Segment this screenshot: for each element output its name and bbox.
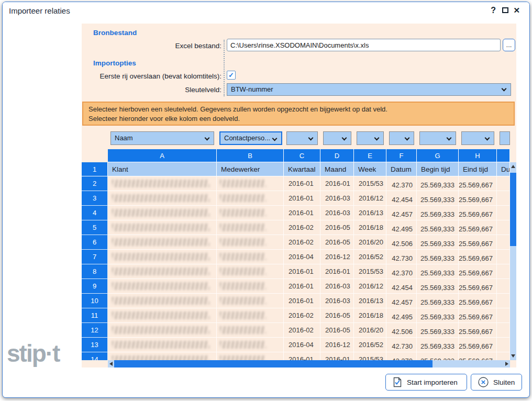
scroll-right-icon[interactable] xyxy=(505,362,508,366)
scroll-left-icon[interactable] xyxy=(109,362,113,366)
grid-cell xyxy=(497,264,510,279)
column-select-6[interactable] xyxy=(419,131,456,145)
column-letter: F xyxy=(386,149,417,162)
grid-cell: 2016-05 xyxy=(320,235,354,250)
grid-cell: 25.569,333 xyxy=(417,264,459,279)
grid-cell: 2015/53 xyxy=(354,264,386,279)
grid-cell: 25.569,333 xyxy=(417,176,459,191)
section-bronbestand: Bronbestand xyxy=(93,29,137,37)
column-select-1[interactable]: Contactperso... xyxy=(219,131,282,145)
key-field-value: BTW-nummer xyxy=(227,84,511,95)
grid-cell: 42.370 xyxy=(386,352,417,360)
start-import-button[interactable]: Start importeren xyxy=(385,374,467,391)
column-select-0[interactable]: Naam xyxy=(110,131,214,145)
grid-cell: 25.569,333 xyxy=(417,323,459,338)
vertical-scroll-thumb[interactable] xyxy=(510,173,516,246)
column-select-3[interactable] xyxy=(323,131,351,145)
column-letter: A xyxy=(108,149,217,162)
horizontal-scrollbar[interactable] xyxy=(108,360,510,367)
column-select-7[interactable] xyxy=(461,131,494,145)
grid-cell: 25.569,333 xyxy=(417,250,459,264)
grid-cell: 25.569,333 xyxy=(417,235,459,250)
column-letter: C xyxy=(284,149,320,162)
grid-cell xyxy=(497,352,510,360)
key-field-label: Sleutelveld: xyxy=(82,85,221,95)
header-cell: Kwartaal xyxy=(284,162,320,176)
row-number: 11 xyxy=(82,308,108,323)
excel-file-input[interactable] xyxy=(227,39,501,51)
column-letter: G xyxy=(417,149,459,162)
header-cell: Datum xyxy=(386,162,417,176)
grid-cell-redacted xyxy=(108,279,217,294)
grid-cell: 2016-01 xyxy=(284,206,320,220)
skip-first-row-checkbox[interactable]: ✓ xyxy=(227,71,236,80)
maximize-icon[interactable] xyxy=(502,7,508,13)
browse-button[interactable]: ... xyxy=(503,39,515,51)
grid-cell: 2016-05 xyxy=(320,323,354,338)
column-letter: H xyxy=(459,149,497,162)
redacted-text xyxy=(220,180,266,187)
grid-cell-redacted xyxy=(217,235,284,250)
close-dialog-button[interactable]: Sluiten xyxy=(471,374,522,391)
notice-banner: Selecteer hierboven een sleutelveld. Geg… xyxy=(82,102,515,126)
grid-cell-redacted xyxy=(217,176,284,191)
scroll-up-icon[interactable] xyxy=(511,165,515,168)
scroll-down-icon[interactable] xyxy=(511,354,515,358)
help-icon[interactable]: ? xyxy=(491,6,496,15)
horizontal-scroll-thumb[interactable] xyxy=(114,360,433,367)
key-field-select[interactable]: BTW-nummer xyxy=(227,83,511,96)
section-importopties: Importopties xyxy=(93,59,136,67)
dotted-divider xyxy=(224,40,225,96)
grid-cell: 2016-01 xyxy=(284,176,320,191)
grid-cell xyxy=(497,250,510,264)
table-header-row: 1KlantMedewerkerKwartaalMaandWeekDatumBe… xyxy=(82,162,510,176)
column-select-2[interactable] xyxy=(286,131,318,145)
grid-cell: 2016-04 xyxy=(284,338,320,352)
column-select-4[interactable] xyxy=(357,131,384,145)
maximize-box xyxy=(502,7,508,13)
grid-cell: 25.569,667 xyxy=(459,294,497,308)
column-select-5[interactable] xyxy=(389,131,414,145)
excel-file-label: Excel bestand: xyxy=(82,41,221,51)
grid-cell: 42.495 xyxy=(386,308,417,323)
row-number: 14 xyxy=(82,352,108,360)
grid-cell: 42.454 xyxy=(386,191,417,206)
grid-cell xyxy=(497,191,510,206)
grid-cell: 42.457 xyxy=(386,294,417,308)
row-number: 5 xyxy=(82,220,108,235)
close-icon[interactable]: ✕ xyxy=(513,6,520,15)
grid-cell: 2016-01 xyxy=(320,176,354,191)
grid-cell: 25.569,333 xyxy=(417,294,459,308)
grid-cell: 2016/13 xyxy=(354,294,386,308)
row-number: 6 xyxy=(82,235,108,250)
grid-cell: 2016-05 xyxy=(320,220,354,235)
grid-cell: 2016/52 xyxy=(354,250,386,264)
grid-cell: 42.370 xyxy=(386,264,417,279)
grid-cell: 2016-01 xyxy=(284,191,320,206)
row-number: 2 xyxy=(82,176,108,191)
redacted-text xyxy=(220,282,266,290)
grid-cell: 25.569,333 xyxy=(417,308,459,323)
title-bar: Importeer relaties ? ✕ xyxy=(3,2,529,22)
page-title: Importeer relaties xyxy=(9,6,70,15)
grid-cell: 2016-02 xyxy=(284,220,320,235)
header-cell: Eind tijd xyxy=(459,162,497,176)
redacted-text xyxy=(220,194,266,202)
chevron-down-icon xyxy=(405,136,410,141)
row-number: 3 xyxy=(82,191,108,206)
grid-cell-redacted xyxy=(108,352,217,360)
vertical-scrollbar[interactable] xyxy=(510,162,516,360)
grid-cell: 2015/53 xyxy=(354,352,386,360)
table-row: 142016-012016-012015/5342.37025.569,3332… xyxy=(82,352,510,360)
chevron-down-icon xyxy=(374,136,380,141)
redacted-text xyxy=(112,297,209,305)
notice-line-1: Selecteer hierboven een sleutelveld. Geg… xyxy=(88,105,508,114)
table-row: 72016-042016-122016/5242.73025.569,33325… xyxy=(82,250,510,264)
grid-cell: 42.506 xyxy=(386,323,417,338)
redacted-text xyxy=(112,224,209,231)
row-number: 7 xyxy=(82,250,108,264)
grid-cell: 25.569,667 xyxy=(459,352,497,360)
row-number: 8 xyxy=(82,264,108,279)
grid-cell: 2016/20 xyxy=(354,323,386,338)
column-select-8[interactable] xyxy=(500,131,510,145)
